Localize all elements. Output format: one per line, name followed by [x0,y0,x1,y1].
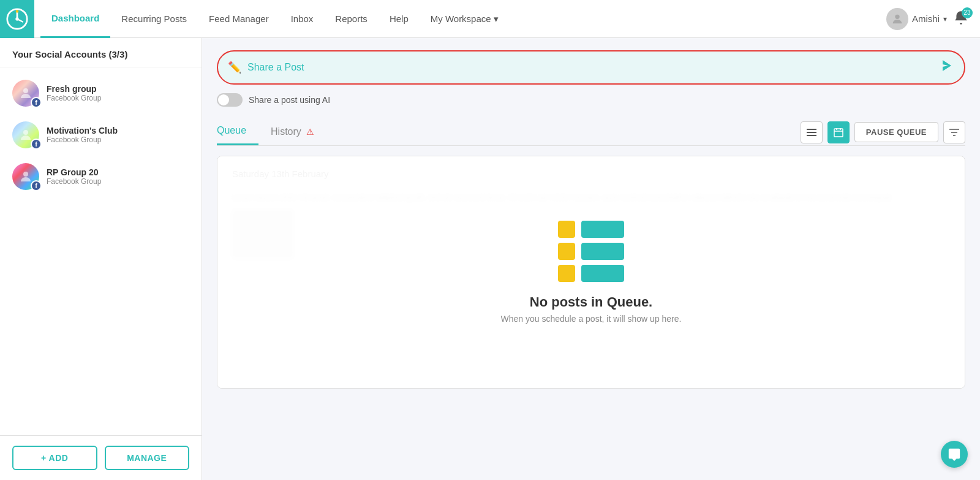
filter-button[interactable] [943,121,965,143]
account-type-0: Facebook Group [47,94,101,102]
main-content: ✏️ Share a post using AI Queue History ⚠ [202,38,980,480]
tab-queue[interactable]: Queue [217,119,258,145]
share-post-input[interactable] [247,62,940,73]
teal-bar-3 [581,265,624,282]
user-name: Amishi [912,13,940,24]
user-menu[interactable]: Amishi ▾ [886,8,947,30]
tabs-actions: PAUSE QUEUE [801,121,965,143]
empty-state-overlay: No posts in Queue. When you schedule a p… [217,156,965,388]
account-list: f Fresh group Facebook Group f Motivatio… [0,67,202,435]
share-post-box[interactable]: ✏️ [217,50,965,85]
account-info-2: RP Group 20 Facebook Group [47,167,101,186]
nav-inbox[interactable]: Inbox [280,0,325,38]
nav-right: Amishi ▾ 23 [886,8,980,30]
notification-button[interactable]: 23 [953,10,969,28]
svg-rect-13 [834,129,843,137]
logo[interactable] [0,0,34,38]
ai-toggle[interactable] [217,93,243,107]
account-type-2: Facebook Group [47,177,101,186]
svg-point-7 [23,130,28,135]
tabs-row: Queue History ⚠ PAUSE QUEUE [217,119,965,146]
teal-bar-2 [581,243,624,260]
yellow-square-1 [558,221,575,238]
nav-reports[interactable]: Reports [324,0,379,38]
empty-icon-row-3 [558,265,624,282]
nav-help[interactable]: Help [379,0,420,38]
manage-accounts-button[interactable]: MANAGE [105,446,190,470]
nav-recurring-posts[interactable]: Recurring Posts [110,0,198,38]
teal-bar-1 [581,221,624,238]
account-avatar-2: f [12,163,39,190]
toggle-knob [218,94,229,105]
top-navigation: Dashboard Recurring Posts Feed Manager I… [0,0,980,38]
add-account-button[interactable]: + ADD [12,446,97,470]
share-post-send-button[interactable] [940,58,954,77]
account-info-0: Fresh group Facebook Group [47,84,101,102]
user-chevron-icon: ▾ [943,15,947,23]
empty-icon-row-1 [558,221,624,238]
empty-state-icon [558,221,624,282]
svg-marker-9 [943,60,951,71]
svg-point-4 [16,10,19,13]
list-view-button[interactable] [801,121,823,143]
calendar-view-button[interactable] [827,121,850,143]
nav-items: Dashboard Recurring Posts Feed Manager I… [34,0,886,38]
yellow-square-3 [558,265,575,282]
empty-icon-row-2 [558,243,624,260]
nav-workspace[interactable]: My Workspace ▾ [420,0,510,38]
account-item-rp-group-20[interactable]: f RP Group 20 Facebook Group [0,156,202,197]
svg-point-6 [23,88,28,93]
queue-content: Saturday 13th February Lorem ipsum dolor… [217,156,965,389]
empty-title: No posts in Queue. [530,294,652,310]
tab-history[interactable]: History ⚠ [258,120,326,145]
svg-point-8 [23,172,28,177]
account-item-motivations-club[interactable]: f Motivation's Club Facebook Group [0,114,202,156]
nav-dashboard[interactable]: Dashboard [40,0,110,38]
ai-label: Share a post using AI [249,95,330,105]
history-alert-icon: ⚠ [306,127,314,137]
empty-subtitle: When you schedule a post, it will show u… [501,314,682,324]
facebook-badge-1: f [31,139,42,150]
account-info-1: Motivation's Club Facebook Group [47,126,118,144]
account-avatar-1: f [12,121,39,148]
sidebar-title: Your Social Accounts (3/3) [0,38,202,67]
svg-rect-11 [807,132,816,133]
account-name-2: RP Group 20 [47,167,101,177]
sidebar: Your Social Accounts (3/3) f Fresh group… [0,38,202,480]
svg-point-5 [895,14,899,18]
account-name-0: Fresh group [47,84,101,94]
edit-icon: ✏️ [228,61,241,74]
account-avatar-0: f [12,80,39,107]
account-item-fresh-group[interactable]: f Fresh group Facebook Group [0,72,202,114]
account-type-1: Facebook Group [47,135,118,144]
account-name-1: Motivation's Club [47,126,118,135]
yellow-square-2 [558,243,575,260]
ai-toggle-row: Share a post using AI [217,93,965,107]
chat-support-button[interactable] [941,441,968,468]
pause-queue-button[interactable]: PAUSE QUEUE [854,122,938,142]
svg-rect-10 [807,129,816,130]
main-layout: Your Social Accounts (3/3) f Fresh group… [0,38,980,480]
svg-rect-12 [807,135,816,136]
notification-badge: 23 [962,7,973,18]
sidebar-footer: + ADD MANAGE [0,435,202,480]
facebook-badge-0: f [31,97,42,108]
nav-feed-manager[interactable]: Feed Manager [198,0,280,38]
facebook-badge-2: f [31,180,42,191]
avatar [886,8,908,30]
